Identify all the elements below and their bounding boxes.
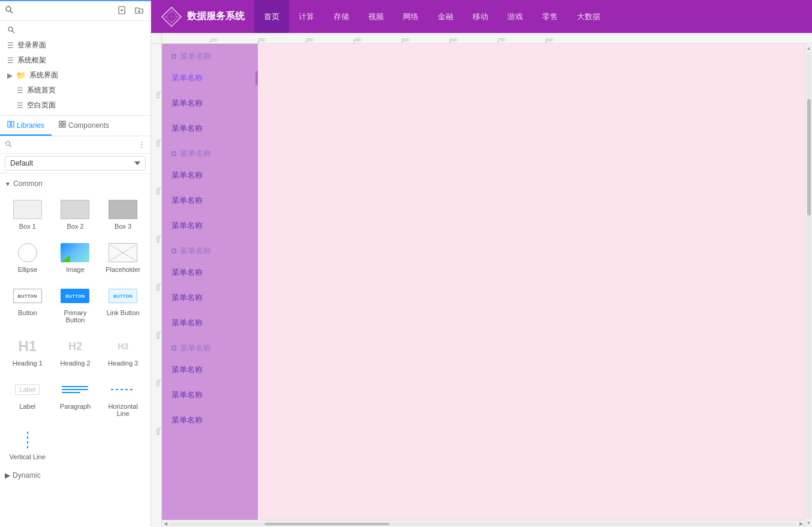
menu-item-10[interactable]: 菜单名称 — [162, 260, 258, 285]
nav-item-mobile[interactable]: 移动 — [463, 0, 498, 33]
tab-components[interactable]: Components — [52, 116, 116, 136]
nav-item-bigdata[interactable]: 大数据 — [567, 0, 610, 33]
comp-heading1[interactable]: H1 Heading 1 — [5, 331, 50, 372]
paragraph-preview — [59, 379, 91, 400]
comp-box2-label: Box 2 — [67, 223, 83, 230]
menu-item-2-label: 菜单名称 — [172, 73, 203, 82]
add-folder-button[interactable] — [133, 4, 146, 17]
svg-line-8 — [12, 31, 14, 33]
h-scroll-track[interactable] — [170, 522, 796, 526]
add-file-button[interactable] — [116, 4, 129, 17]
scroll-right-button[interactable]: ▶ — [798, 520, 805, 528]
comp-heading3-label: Heading 3 — [108, 360, 138, 367]
svg-point-15 — [6, 141, 10, 145]
horizontal-scrollbar[interactable]: ◀ ▶ — [162, 520, 805, 527]
comp-button[interactable]: BUTTON Button — [5, 280, 50, 328]
nav-item-home-label: 首页 — [264, 11, 279, 22]
nav-item-network[interactable]: 网络 — [393, 0, 428, 33]
comp-box1-label: Box 1 — [19, 223, 36, 230]
scroll-left-button[interactable]: ◀ — [162, 520, 169, 528]
menu-item-3[interactable]: 菜单名称 — [162, 91, 258, 116]
top-toolbar — [0, 0, 151, 21]
scroll-up-button[interactable]: ▲ — [806, 45, 812, 51]
nav-item-games[interactable]: 游戏 — [498, 0, 533, 33]
tree-item-syshome[interactable]: ☰ 系统首页 — [0, 83, 151, 98]
active-indicator — [255, 71, 258, 85]
menu-item-7[interactable]: 菜单名称 — [162, 188, 258, 213]
comp-heading3[interactable]: H3 Heading 3 — [100, 331, 146, 372]
nav-item-retail[interactable]: 零售 — [533, 0, 567, 33]
canvas-wrapper: 100 200 300 400 500 600 700 — [151, 33, 812, 527]
canvas-content[interactable] — [258, 44, 805, 527]
h-scroll-thumb[interactable] — [264, 523, 390, 525]
nav-item-compute[interactable]: 计算 — [289, 0, 324, 33]
menu-item-12[interactable]: 菜单名称 — [162, 310, 258, 336]
common-section-header[interactable]: ▼ Common — [0, 176, 151, 191]
svg-point-0 — [6, 7, 11, 11]
search-item[interactable] — [0, 23, 151, 38]
tab-libraries[interactable]: Libraries — [0, 116, 52, 136]
scroll-thumb[interactable] — [807, 99, 811, 215]
comp-label[interactable]: Label Label — [5, 374, 50, 422]
menu-item-15[interactable]: 菜单名称 — [162, 382, 258, 408]
comp-link-button[interactable]: BUTTON Link Button — [100, 280, 146, 328]
menu-item-14[interactable]: 菜单名称 — [162, 357, 258, 382]
component-search-row: ⋮ — [0, 136, 151, 154]
search-input[interactable] — [14, 140, 137, 149]
menu-item-8[interactable]: 菜单名称 — [162, 213, 258, 238]
tree-item-blank[interactable]: ☰ 空白页面 — [0, 98, 151, 113]
heading2-preview: H2 — [59, 336, 91, 357]
nav-item-finance[interactable]: 金融 — [428, 0, 463, 33]
comp-ellipse[interactable]: Ellipse — [5, 237, 50, 278]
menu-item-8-label: 菜单名称 — [172, 221, 203, 230]
tree-item-login[interactable]: ☰ 登录界面 — [0, 38, 151, 53]
svg-line-1 — [10, 11, 13, 13]
comp-primary-button[interactable]: BUTTON Primary Button — [53, 280, 98, 328]
box1-preview — [12, 199, 43, 220]
comp-placeholder[interactable]: Placeholder — [100, 237, 146, 278]
library-dropdown[interactable]: Default Custom — [5, 156, 146, 170]
scroll-down-button[interactable]: ▼ — [806, 520, 812, 526]
more-options-icon[interactable]: ⋮ — [137, 140, 146, 149]
comp-button-label: Button — [18, 309, 37, 316]
common-section-label: Common — [13, 179, 43, 188]
menu-item-11[interactable]: 菜单名称 — [162, 285, 258, 310]
main-area: 数据服务系统 首页 计算 存储 视频 网络 金融 移动 — [151, 0, 812, 527]
comp-heading2[interactable]: H2 Heading 2 — [53, 331, 98, 372]
comp-image[interactable]: Image — [53, 237, 98, 278]
hline-preview — [107, 379, 139, 400]
menu-item-4[interactable]: 菜单名称 — [162, 116, 258, 141]
menu-item-3-label: 菜单名称 — [172, 98, 203, 107]
comp-link-button-label: Link Button — [107, 309, 140, 316]
nav-item-storage[interactable]: 存储 — [324, 0, 359, 33]
search-icon[interactable] — [5, 5, 13, 16]
progress-bar — [0, 0, 151, 1]
vertical-scrollbar[interactable]: ▲ ▼ — [805, 44, 812, 527]
menu-section-1: 菜单名称 — [162, 44, 258, 65]
comp-box1[interactable]: Box 1 — [5, 194, 50, 235]
canvas-area[interactable]: 菜单名称 菜单名称 菜单名称 菜单名称 — [162, 44, 812, 527]
nav-item-video[interactable]: 视频 — [359, 0, 393, 33]
comp-paragraph[interactable]: Paragraph — [53, 374, 98, 422]
menu-section-4-label: 菜单名称 — [180, 343, 211, 354]
menu-item-10-label: 菜单名称 — [172, 268, 203, 277]
heading3-preview: H3 — [107, 336, 139, 357]
menu-item-6[interactable]: 菜单名称 — [162, 163, 258, 188]
comp-box2[interactable]: Box 2 — [53, 194, 98, 235]
nav-logo: 数据服务系统 — [161, 6, 245, 28]
comp-box3[interactable]: Box 3 — [100, 194, 146, 235]
menu-section-3-label: 菜单名称 — [180, 245, 211, 256]
menu-item-2[interactable]: 菜单名称 — [162, 65, 258, 91]
common-arrow-icon: ▼ — [5, 181, 11, 187]
comp-horizontal-line[interactable]: Horizontal Line — [100, 374, 146, 422]
scroll-track[interactable] — [807, 52, 811, 519]
section-dot — [172, 54, 176, 59]
tree-item-sysframe[interactable]: ☰ 系统框架 — [0, 53, 151, 68]
comp-ellipse-label: Ellipse — [18, 266, 37, 273]
nav-item-home[interactable]: 首页 — [254, 0, 289, 33]
tree-item-sysui[interactable]: ▶ 📁 系统界面 — [0, 68, 151, 83]
dynamic-section-header[interactable]: ▶ Dynamic — [0, 468, 151, 483]
logo-title: 数据服务系统 — [187, 10, 245, 23]
menu-item-16[interactable]: 菜单名称 — [162, 408, 258, 433]
comp-vertical-line[interactable]: Vertical Line — [5, 424, 50, 465]
